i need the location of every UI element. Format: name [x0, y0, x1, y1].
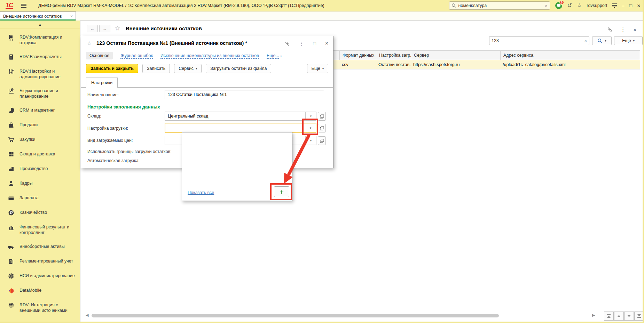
sidebar-item-grid[interactable]: Склад и доставка	[8, 151, 77, 158]
pie-chart-icon	[8, 107, 15, 114]
save-button[interactable]: Записать	[142, 64, 170, 73]
search-icon	[597, 38, 603, 43]
show-all-link[interactable]: Показать все	[188, 190, 214, 195]
save-and-close-button[interactable]: Записать и закрыть	[86, 64, 138, 73]
dialog-more-icon[interactable]: ⋮	[299, 41, 304, 46]
service-button[interactable]: Сервис▾	[174, 64, 202, 73]
sidebar-item-plan-chart[interactable]: ₽Бюджетирование и планирование	[8, 88, 77, 99]
close-app-icon[interactable]: ×	[637, 3, 641, 9]
sidebar-item-datamobile[interactable]: DataMobile	[8, 288, 77, 294]
bag-icon	[8, 122, 15, 128]
sidebar-item-cart[interactable]: Закупки	[8, 137, 77, 143]
sections-sidebar: ▲ RDV:Комплектация и отгрузкаRDV:Взаимор…	[0, 21, 80, 323]
sidebar-item-globe[interactable]: RDV: Интеграция с внешними источниками	[8, 302, 77, 313]
go-previous-button[interactable]	[614, 312, 624, 321]
sidebar-item-dolly[interactable]: RDV:Комплектация и отгрузка	[8, 34, 77, 46]
maximize-icon[interactable]: □	[629, 3, 632, 8]
name-field[interactable]	[165, 90, 324, 99]
find-button[interactable]: ▾	[592, 36, 612, 45]
forward-button[interactable]: →	[99, 25, 110, 32]
sidebar-item-label: Регламентированный учет	[19, 258, 73, 264]
page-favorite-star-icon[interactable]: ☆	[115, 24, 120, 32]
sidebar-item-ruble[interactable]: Казначейство	[8, 210, 77, 216]
warehouse-open-button[interactable]	[318, 112, 326, 121]
sidebar-item-label: RDV:Настройки и администрирование	[19, 68, 76, 80]
current-user[interactable]: rdvsupport	[587, 3, 607, 8]
go-next-button[interactable]	[624, 312, 634, 321]
dialog-link-icon[interactable]	[285, 41, 290, 46]
nav-exclusions[interactable]: Исключение номенклатуры из внешних остат…	[160, 53, 259, 58]
nav-main[interactable]: Основное	[86, 52, 113, 59]
sidebar-scroll-up[interactable]: ▲	[0, 21, 80, 29]
notification-badge: 6	[559, 0, 564, 5]
gear-icon	[8, 273, 15, 279]
cell-address: /upload/1c_catalog/pricetails.xml	[500, 60, 639, 70]
load-setting-field[interactable]	[165, 123, 305, 132]
service-menu-icon[interactable]: ▾	[612, 3, 617, 8]
warehouse-field[interactable]	[165, 112, 305, 120]
sidebar-item-gear[interactable]: НСИ и администрирование	[8, 273, 77, 279]
load-from-file-button[interactable]: Загрузить остатки из файла	[206, 64, 271, 73]
app-titlebar: 1С ДЕМО-режим RDV Маркет RM-KA-MODEL / 1…	[0, 0, 644, 11]
annotation-box-dropdown	[302, 119, 318, 135]
back-button[interactable]: ←	[87, 25, 98, 32]
sidebar-item-card[interactable]: Зарплата	[8, 195, 77, 201]
discussions-icon[interactable]: 6	[555, 2, 563, 9]
tab-external-sources[interactable]: Внешние источники остатков ×	[0, 11, 76, 21]
horizontal-scrollbar-thumb[interactable]	[92, 314, 499, 317]
column-header-setting[interactable]: Настройка загр...	[376, 51, 411, 60]
auto-load-label: Автоматическая загрузка:	[87, 158, 140, 163]
sidebar-item-calculator[interactable]: RDV:Взаиморасчеты	[8, 54, 77, 60]
load-setting-open-button[interactable]	[318, 124, 326, 132]
column-header-format[interactable]: Формат данных	[339, 51, 376, 60]
global-search-box[interactable]: ×	[449, 1, 550, 10]
history-icon[interactable]: ↺	[567, 3, 572, 8]
window-frame	[643, 0, 644, 323]
global-search-input[interactable]	[458, 3, 543, 8]
warehouse-combo[interactable]: ▾	[165, 112, 316, 121]
column-header-server[interactable]: Сервер	[411, 51, 500, 60]
sidebar-item-label: Закупки	[19, 137, 36, 142]
sidebar-item-person[interactable]: Кадры	[8, 180, 77, 187]
tab-close-icon[interactable]: ×	[70, 14, 73, 19]
dialog-maximize-icon[interactable]: □	[313, 41, 316, 46]
open-value-icon	[320, 126, 324, 130]
calculator-icon	[8, 54, 15, 60]
scroll-right-icon[interactable]: ▶	[592, 313, 595, 317]
list-search-input[interactable]	[492, 38, 584, 43]
list-more-button[interactable]: Еще▾	[614, 36, 643, 45]
list-search-clear-icon[interactable]: ×	[584, 38, 587, 43]
sidebar-item-sliders[interactable]: RDV:Настройки и администрирование	[8, 68, 77, 80]
column-header-address[interactable]: Адрес сервиса	[500, 51, 639, 60]
sidebar-item-ledger[interactable]: Регламентированный учет	[8, 258, 77, 265]
datamobile-icon	[8, 288, 15, 294]
favorites-star-icon[interactable]: ☆	[577, 3, 582, 8]
main-menu-icon[interactable]	[21, 4, 26, 5]
sidebar-item-bar-chart[interactable]: Финансовый результат и контроллинг	[8, 224, 77, 235]
clear-search-icon[interactable]: ×	[545, 3, 548, 8]
scroll-left-icon[interactable]: ◀	[86, 313, 88, 317]
page-close-icon[interactable]: ×	[633, 27, 636, 33]
nav-more[interactable]: Еще... ▾	[267, 53, 282, 58]
load-setting-combo[interactable]: ▾	[165, 123, 316, 133]
sidebar-item-label: Продажи	[19, 122, 38, 128]
sidebar-item-factory[interactable]: Производство	[8, 166, 77, 172]
get-link-icon[interactable]	[607, 27, 613, 32]
dialog-more-button[interactable]: Еще▾	[307, 64, 328, 73]
nav-error-log[interactable]: Журнал ошибок	[120, 53, 153, 58]
sidebar-item-label: НСИ и администрирование	[19, 273, 75, 278]
page-more-icon[interactable]: ⋮	[620, 26, 626, 33]
sidebar-item-assets[interactable]: Внеоборотные активы	[8, 244, 77, 250]
dropdown-list	[182, 132, 292, 183]
go-first-button[interactable]	[604, 312, 614, 321]
dialog-close-icon[interactable]: ×	[325, 40, 328, 47]
tab-settings[interactable]: Настройки	[86, 78, 118, 88]
price-type-open-button[interactable]	[318, 136, 326, 145]
warehouse-label: Склад:	[87, 114, 101, 119]
price-type-dropdown-icon[interactable]: ▾	[305, 136, 316, 145]
minimize-icon[interactable]: –	[622, 3, 624, 8]
sidebar-item-pie-chart[interactable]: CRM и маркетинг	[8, 107, 77, 114]
list-search-box[interactable]: ×	[489, 36, 589, 45]
dialog-favorite-star-icon[interactable]: ☆	[87, 40, 92, 47]
sidebar-item-bag[interactable]: Продажи	[8, 122, 77, 128]
